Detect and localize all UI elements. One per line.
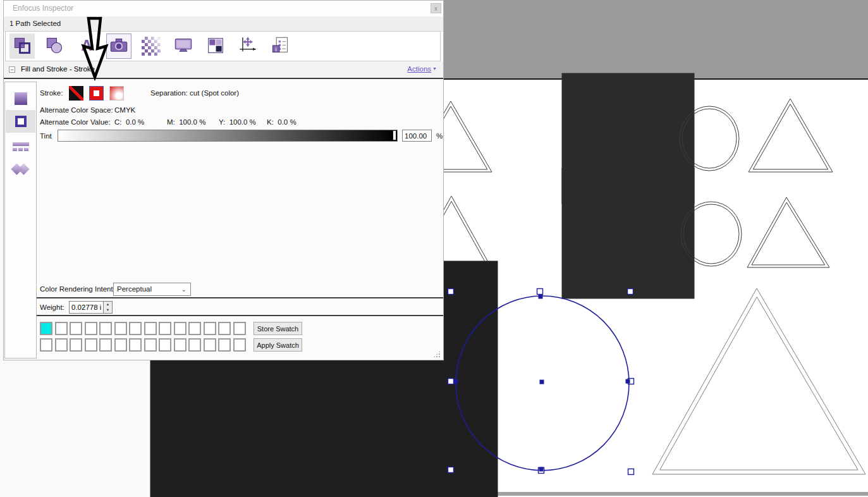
toolbar-image-button[interactable] [106,34,131,59]
swatch-row [40,322,246,335]
alt-color-space-value: CMYK [114,106,135,114]
toolbar-screen-button[interactable] [171,34,196,59]
stroke-none-swatch[interactable] [69,86,83,101]
text-icon: A [77,36,96,57]
swatch-cell[interactable] [174,322,186,335]
chevron-down-icon: ⌄ [181,283,186,295]
sidebar-item-fill[interactable] [6,87,35,110]
toolbar-layout-grid-button[interactable] [203,34,228,59]
swatch-cell[interactable] [188,338,201,352]
stroke-gradient-swatch[interactable] [109,86,124,101]
sidebar-item-dash-pattern[interactable] [6,135,35,158]
store-swatch-button[interactable]: Store Swatch [254,322,302,335]
close-button[interactable]: x [431,3,441,13]
apply-swatch-button[interactable]: Apply Swatch [254,338,302,352]
chevron-down-icon: ▼ [432,66,437,71]
swatch-cell[interactable] [114,338,127,352]
weight-input[interactable] [69,301,103,314]
screen-icon [174,36,193,57]
actions-menu[interactable]: Actions▼ [407,65,437,73]
layout-grid-icon [207,37,224,56]
black-component: K: 0.0 % [267,118,296,126]
tint-slider-handle[interactable] [393,130,396,140]
swatch-cell[interactable] [204,338,216,352]
title-bar[interactable]: Enfocus Inspector x [4,1,443,17]
cyan-component: C: 0.0 % [114,118,144,126]
rendering-intent-select[interactable]: Perceptual ⌄ [113,283,191,296]
swatch-cell[interactable] [204,322,216,335]
stroke-label: Stroke: [40,89,63,97]
separation-value: Separation: cut (Spot color) [150,89,239,97]
swatch-cell[interactable] [55,322,68,335]
swatch-cell[interactable] [159,322,171,335]
toolbar-prepress-button[interactable]: i [267,34,293,59]
collapse-toggle[interactable]: − [9,66,15,73]
window-title: Enfocus Inspector [13,4,73,13]
swatch-cell[interactable] [129,338,142,352]
tint-value-input[interactable] [402,130,432,142]
swatch-cell[interactable] [40,338,52,352]
weight-control: ▲ ▼ [69,301,113,314]
fill-stroke-icon [13,36,32,57]
swatch-cell[interactable] [70,338,82,352]
swatch-cell[interactable] [233,338,246,352]
swatch-cell[interactable] [129,322,142,335]
spin-down-icon[interactable]: ▼ [104,307,112,313]
weight-stepper[interactable]: ▲ ▼ [103,301,113,314]
selection-status: 1 Path Selected [4,16,443,32]
swatch-cell[interactable] [55,338,68,352]
shapes-icon [45,36,64,57]
toolbar-shapes-button[interactable] [42,34,67,59]
sidebar-item-stroke[interactable] [6,110,35,133]
swatch-cell[interactable] [70,322,82,335]
section-divider [4,78,443,79]
resize-grip[interactable] [433,350,441,358]
sidebar-item-transparency[interactable] [6,158,35,181]
yellow-component: Y: 100.0 % [219,118,256,126]
stroke-icon [15,116,27,127]
swatch-cell[interactable] [188,322,201,335]
rendering-intent-label: Color Rendering Intent: [40,285,115,293]
swatch-cell[interactable] [144,338,157,352]
swatch-cell[interactable] [233,322,246,335]
toolbar-pattern-button[interactable] [138,34,164,59]
stroke-solid-color-swatch[interactable] [89,86,104,101]
rendering-intent-value: Perceptual [117,285,152,293]
swatch-cell[interactable] [174,338,186,352]
svg-text:i: i [276,46,277,52]
transparency-icon [11,163,30,176]
prepress-icon: i [271,36,290,57]
swatch-cell[interactable] [218,338,231,352]
weight-label: Weight: [40,304,64,311]
image-icon [109,36,128,57]
swatch-cell[interactable] [40,322,52,335]
magenta-component: M: 100.0 % [167,118,205,126]
position-icon [238,36,257,57]
swatch-cell[interactable] [99,338,112,352]
swatch-cell[interactable] [159,338,171,352]
toolbar-text-button[interactable]: A [74,34,99,59]
section-title: Fill and Stroke - Stroke [21,65,95,73]
swatch-cell[interactable] [85,338,97,352]
section-header: − Fill and Stroke - Stroke Actions▼ [4,61,443,78]
swatch-cell[interactable] [85,322,97,335]
swatch-cell[interactable] [218,322,231,335]
toolbar-fill-stroke-button[interactable] [9,34,35,59]
alt-color-value-label: Alternate Color Value: [40,118,111,126]
inspector-toolbar: A [5,31,441,61]
enfocus-inspector-window: Enfocus Inspector x 1 Path Selected [3,0,444,360]
swatch-cell[interactable] [144,322,157,335]
toolbar-position-button[interactable] [235,34,260,59]
pattern-icon [142,37,161,56]
stroke-panel-sidebar [4,82,37,359]
divider [37,315,443,316]
svg-text:A: A [81,37,92,54]
divider [37,297,443,298]
tint-slider[interactable] [58,130,398,142]
tint-unit: % [436,132,443,140]
dash-pattern-icon [13,142,29,151]
spin-up-icon[interactable]: ▲ [104,302,112,307]
alt-color-space-label: Alternate Color Space: [40,106,113,114]
swatch-cell[interactable] [99,322,112,335]
swatch-cell[interactable] [114,322,127,335]
